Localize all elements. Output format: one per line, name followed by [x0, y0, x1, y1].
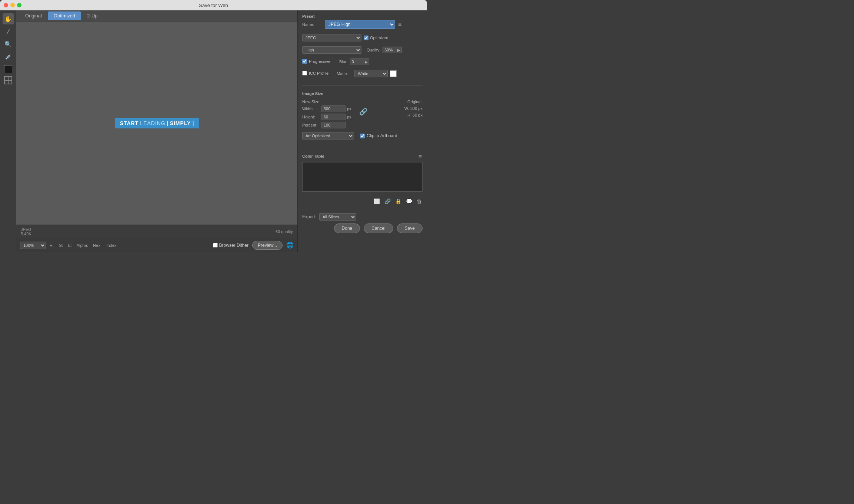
image-size-section-title: Image Size: [302, 91, 323, 96]
original-w-label: W:: [404, 106, 409, 111]
divider-1: [302, 85, 423, 85]
zoom-icon: 🔍: [4, 41, 12, 48]
close-button[interactable]: [4, 3, 8, 7]
icc-profile-checkbox[interactable]: [302, 71, 307, 75]
pixel-info: R: -- G: -- B: -- Alpha: -- Hex: -- Inde…: [50, 243, 121, 248]
export-actions-area: Export: All Slices Selected Slices Done …: [302, 213, 423, 233]
hand-tool-button[interactable]: ✋: [3, 13, 14, 24]
maximize-button[interactable]: [17, 3, 21, 7]
quality-field-label: Quality:: [367, 48, 380, 52]
grid-view-icon[interactable]: [4, 76, 12, 84]
banner-start-text: START: [120, 120, 139, 126]
icc-matte-row: ICC Profile Matte: White Black None Othe…: [302, 70, 423, 77]
color-table-title: Color Table: [302, 154, 324, 158]
center-column: Original Optimized 2-Up START LEADING [S…: [16, 10, 297, 252]
progressive-blur-row: Progressive Blur: ▶: [302, 58, 423, 65]
eyedropper-icon: 💉: [5, 54, 11, 60]
quality-preset-select[interactable]: High Very High Maximum Medium Low: [302, 46, 361, 54]
titlebar: Save for Web: [0, 0, 427, 10]
color-table-menu-button[interactable]: ≡: [418, 153, 423, 161]
titlebar-buttons: [4, 3, 21, 7]
matte-label: Matte:: [337, 71, 352, 76]
link-proportions-icon[interactable]: 🔗: [359, 108, 367, 116]
preset-name-label: Name:: [302, 22, 323, 27]
browser-dither-label[interactable]: Browser Dither: [213, 243, 248, 248]
canvas-area[interactable]: START LEADING [SIMPLY]: [16, 21, 297, 225]
preview-button[interactable]: Preview...: [252, 241, 283, 250]
blur-label: Blur:: [339, 60, 348, 64]
slice-select-tool-button[interactable]: ╱: [3, 26, 14, 37]
width-input[interactable]: [321, 105, 346, 112]
optimized-checkbox[interactable]: [364, 36, 368, 40]
tab-bar: Original Optimized 2-Up: [16, 10, 297, 21]
percent-label: Percent:: [302, 123, 320, 127]
width-row: Width: px: [302, 105, 354, 112]
action-buttons: Done Cancel Save: [334, 224, 423, 233]
clip-artboard-checkbox[interactable]: [360, 134, 365, 138]
save-button[interactable]: Save: [397, 224, 423, 233]
new-item-icon-button[interactable]: ⬜: [373, 198, 381, 205]
preset-menu-button[interactable]: ≡: [397, 21, 402, 28]
banner-bracket-close: ]: [192, 120, 194, 126]
height-unit: px: [347, 115, 351, 119]
globe-icon[interactable]: 🌐: [286, 242, 294, 249]
height-input[interactable]: [321, 114, 346, 120]
original-w-value: 300 px: [410, 106, 423, 111]
delete-icon-button[interactable]: 🗑: [416, 198, 423, 205]
banner-bracket-open: [: [167, 120, 169, 126]
tab-2up[interactable]: 2-Up: [81, 11, 103, 20]
progressive-label[interactable]: Progressive: [309, 59, 330, 64]
done-button[interactable]: Done: [334, 224, 360, 233]
optimized-check: Optimized: [364, 36, 388, 40]
icc-check-row: ICC Profile: [302, 71, 328, 75]
bottom-info-bar: JPEG 5.49K 60 quality: [16, 225, 297, 238]
progressive-check-row: Progressive: [302, 59, 330, 64]
progressive-checkbox[interactable]: [302, 59, 307, 64]
right-panel: Preset Name: JPEG High JPEG Medium JPEG …: [297, 10, 427, 252]
link-icon-area: 🔗: [358, 100, 367, 116]
optimized-label[interactable]: Optimized: [370, 36, 388, 40]
tab-optimized[interactable]: Optimized: [48, 11, 81, 20]
export-select[interactable]: All Slices Selected Slices: [319, 213, 356, 221]
color-table-section: Color Table ≡: [302, 153, 423, 192]
preset-row: Name: JPEG High JPEG Medium JPEG Low PNG…: [302, 20, 423, 29]
preset-name-select[interactable]: JPEG High JPEG Medium JPEG Low PNG-24: [325, 20, 395, 29]
lock-icon-button[interactable]: 🔒: [394, 198, 402, 205]
resample-select[interactable]: Art Optimized Bicubic Bilinear Nearest N…: [302, 132, 354, 140]
width-unit: px: [347, 107, 351, 111]
color-table-area: [302, 162, 423, 192]
comment-icon-button[interactable]: 💬: [405, 198, 413, 205]
width-label: Width:: [302, 107, 320, 111]
file-format: JPEG: [21, 227, 31, 232]
foreground-color-swatch[interactable]: [4, 65, 12, 73]
tab-original[interactable]: Original: [19, 11, 48, 20]
file-quality-info: 60 quality: [276, 229, 293, 234]
matte-select[interactable]: White Black None Other...: [354, 70, 388, 77]
percent-input[interactable]: [321, 122, 346, 128]
blur-stepper[interactable]: ▶: [364, 60, 369, 64]
eyedropper-tool-button[interactable]: 💉: [3, 51, 14, 62]
clip-artboard-label[interactable]: Clip to Artboard: [367, 133, 397, 138]
blur-value-input[interactable]: [350, 59, 364, 65]
resample-row: Art Optimized Bicubic Bilinear Nearest N…: [302, 132, 423, 140]
percent-row: Percent:: [302, 122, 354, 128]
quality-stepper[interactable]: ▶: [396, 48, 401, 52]
zoom-tool-button[interactable]: 🔍: [3, 38, 14, 50]
file-size: 5.49K: [21, 232, 31, 236]
quality-dropdown-row: High Very High Maximum Medium Low Qualit…: [302, 46, 423, 54]
cancel-button[interactable]: Cancel: [364, 224, 393, 233]
minimize-button[interactable]: [10, 3, 15, 7]
format-select[interactable]: JPEG PNG-8 PNG-24 GIF: [302, 34, 361, 41]
zoom-select[interactable]: 100% 50% 200%: [20, 242, 46, 249]
browser-dither-area: Browser Dither: [213, 243, 248, 248]
hand-icon: ✋: [4, 16, 12, 23]
height-row: Height: px: [302, 114, 354, 120]
matte-color-swatch[interactable]: [390, 70, 397, 77]
original-size-column: Original: W: 300 px H: 60 px: [371, 100, 423, 118]
quality-value-input[interactable]: [383, 47, 396, 53]
browser-dither-checkbox[interactable]: [213, 243, 218, 248]
icc-profile-label[interactable]: ICC Profile: [309, 71, 328, 75]
preset-section: Preset Name: JPEG High JPEG Medium JPEG …: [302, 14, 423, 31]
original-h-label: H:: [407, 113, 411, 117]
link-icon-button[interactable]: 🔗: [384, 198, 391, 205]
